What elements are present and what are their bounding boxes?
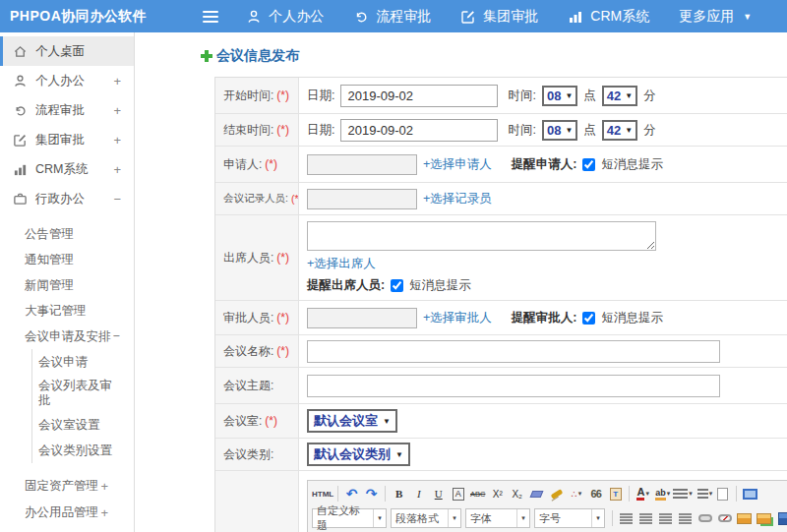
clear-format-button[interactable] bbox=[547, 485, 566, 503]
font-size-dropdown[interactable]: 字号 ▾ bbox=[534, 508, 605, 528]
recorder-input[interactable] bbox=[307, 189, 417, 209]
applicant-input[interactable] bbox=[307, 154, 417, 175]
sidebar-item-notice-mgmt[interactable]: 通知管理 bbox=[0, 247, 134, 272]
font-style-button[interactable]: A bbox=[449, 485, 467, 503]
insert-screenshot-button[interactable] bbox=[755, 509, 773, 528]
end-date-input[interactable] bbox=[340, 119, 498, 142]
align-center-button[interactable] bbox=[636, 509, 655, 528]
justify-button[interactable] bbox=[676, 509, 695, 528]
insert-image-button[interactable] bbox=[735, 509, 754, 528]
start-date-input[interactable] bbox=[340, 85, 498, 107]
collapse-minus-icon[interactable]: − bbox=[113, 192, 121, 207]
sidebar-item-fixed-assets[interactable]: 固定资产管理 + bbox=[0, 473, 134, 500]
sidebar-item-meeting-list-approval[interactable]: 会议列表及审批 bbox=[32, 375, 117, 412]
italic-button[interactable]: I bbox=[409, 485, 428, 503]
expand-plus-icon[interactable]: + bbox=[100, 505, 108, 520]
undo-button[interactable]: ↶ bbox=[342, 485, 361, 503]
nav-crm[interactable]: CRM系统 bbox=[553, 0, 664, 32]
sidebar-item-workflow-approval[interactable]: 流程审批 + bbox=[0, 95, 134, 125]
meeting-category-select[interactable]: 默认会议类别 ▼ bbox=[307, 443, 410, 466]
expand-plus-icon[interactable]: + bbox=[113, 133, 121, 148]
nav-group-approval[interactable]: 集团审批 bbox=[446, 0, 553, 32]
superscript-button[interactable]: X² bbox=[488, 485, 507, 503]
expand-plus-icon[interactable]: + bbox=[113, 103, 121, 118]
align-left-button[interactable] bbox=[617, 509, 636, 528]
sms-label: 短消息提示 bbox=[601, 156, 663, 173]
nav-workflow-approval[interactable]: 流程审批 bbox=[338, 0, 446, 32]
sidebar-item-news-mgmt[interactable]: 新闻管理 bbox=[0, 272, 134, 298]
sidebar-item-group-approval[interactable]: 集团审批 + bbox=[0, 125, 134, 154]
fullscreen-button[interactable] bbox=[741, 485, 759, 503]
nav-more-apps[interactable]: 更多应用 ▼ bbox=[664, 0, 766, 32]
hour-unit-label: 点 bbox=[583, 122, 596, 139]
start-minute-select[interactable]: 42 ▼ bbox=[602, 86, 637, 106]
select-approver-link[interactable]: +选择审批人 bbox=[423, 310, 492, 326]
sidebar-item-meeting-group[interactable]: 会议申请及安排 − bbox=[0, 324, 134, 349]
field-label: 会议类别: bbox=[215, 439, 299, 470]
collapse-minus-icon[interactable]: − bbox=[113, 329, 120, 343]
eraser-button[interactable] bbox=[527, 485, 546, 503]
html-source-button[interactable]: HTML bbox=[312, 485, 333, 503]
sidebar-item-announcement-mgmt[interactable]: 公告管理 bbox=[0, 221, 134, 247]
format-painter-button[interactable]: ∴▾ bbox=[567, 485, 585, 503]
submenu-label: 办公用品管理 bbox=[25, 504, 98, 521]
approver-sms-checkbox[interactable] bbox=[582, 312, 595, 325]
menu-icon[interactable] bbox=[203, 11, 219, 23]
insert-link-button[interactable] bbox=[696, 509, 714, 528]
paragraph-format-dropdown[interactable]: 段落格式 ▾ bbox=[391, 508, 461, 528]
meeting-subject-input[interactable] bbox=[307, 375, 720, 397]
end-hour-select[interactable]: 08 ▼ bbox=[542, 120, 577, 141]
chevron-down-icon: ▼ bbox=[743, 12, 752, 22]
sidebar-item-label: 个人办公 bbox=[35, 73, 85, 89]
sidebar-item-personal-office[interactable]: 个人办公 + bbox=[0, 66, 134, 95]
strikethrough-button[interactable]: ABC bbox=[468, 485, 487, 503]
required-mark: (*) bbox=[276, 251, 289, 265]
expand-plus-icon[interactable]: + bbox=[113, 74, 121, 89]
sidebar-item-desktop[interactable]: 个人桌面 bbox=[0, 36, 134, 66]
attendees-textarea[interactable] bbox=[307, 221, 656, 251]
sidebar-item-events-mgmt[interactable]: 大事记管理 bbox=[0, 298, 134, 324]
submenu-label: 固定资产管理 bbox=[25, 478, 98, 495]
font-family-dropdown[interactable]: 字体 ▾ bbox=[465, 508, 530, 528]
sidebar-item-meeting-category-settings[interactable]: 会议类别设置 bbox=[32, 438, 134, 463]
custom-title-dropdown[interactable]: 自定义标题 ▾ bbox=[312, 508, 387, 528]
applicant-sms-checkbox[interactable] bbox=[582, 158, 595, 171]
select-recorder-link[interactable]: +选择记录员 bbox=[423, 191, 492, 207]
nav-label: 集团审批 bbox=[483, 8, 538, 26]
expand-plus-icon[interactable]: + bbox=[113, 162, 121, 177]
meeting-form: 开始时间:(*) 日期: 时间: 08 ▼ 点 42 ▼ 分 bbox=[214, 77, 787, 532]
sidebar-item-office-supplies[interactable]: 办公用品管理 + bbox=[0, 500, 134, 526]
insert-media-button[interactable] bbox=[774, 509, 787, 528]
bold-button[interactable]: B bbox=[390, 485, 408, 503]
paste-button[interactable]: T bbox=[606, 485, 625, 503]
underline-button[interactable]: U bbox=[429, 485, 448, 503]
edit-square-icon bbox=[460, 9, 476, 25]
end-minute-select[interactable]: 42 ▼ bbox=[602, 120, 637, 141]
select-applicant-link[interactable]: +选择申请人 bbox=[423, 156, 492, 173]
font-color-button[interactable]: A▾ bbox=[634, 485, 652, 503]
redo-button[interactable]: ↷ bbox=[362, 485, 381, 503]
nav-personal-office[interactable]: 个人办公 bbox=[231, 0, 338, 32]
expand-plus-icon[interactable]: + bbox=[100, 479, 108, 494]
blockquote-button[interactable]: 66 bbox=[586, 485, 605, 503]
sidebar-item-crm[interactable]: CRM系统 + bbox=[0, 154, 134, 184]
remove-link-button[interactable] bbox=[715, 509, 734, 528]
sidebar-item-book-mgmt[interactable]: 图书管理 + bbox=[0, 526, 134, 532]
meeting-room-select[interactable]: 默认会议室 ▼ bbox=[307, 409, 397, 433]
highlight-color-button[interactable]: ab▾ bbox=[653, 485, 672, 503]
start-hour-select[interactable]: 08 ▼ bbox=[542, 86, 577, 106]
align-right-button[interactable] bbox=[656, 509, 675, 528]
unordered-list-button[interactable]: ▾ bbox=[694, 485, 713, 503]
select-attendees-link[interactable]: +选择出席人 bbox=[307, 256, 376, 272]
meeting-name-input[interactable] bbox=[307, 340, 720, 363]
new-page-button[interactable] bbox=[713, 485, 732, 503]
attendees-sms-checkbox[interactable] bbox=[391, 279, 403, 292]
sidebar-item-admin-office[interactable]: 行政办公 − bbox=[0, 184, 134, 213]
align-center-icon bbox=[639, 513, 652, 515]
subscript-button[interactable]: X₂ bbox=[508, 485, 526, 503]
approver-input[interactable] bbox=[307, 308, 417, 328]
app-brand[interactable]: PHPOA协同办公软件 bbox=[10, 8, 147, 26]
ordered-list-button[interactable]: ▾ bbox=[673, 485, 693, 503]
sidebar-item-meeting-room-settings[interactable]: 会议室设置 bbox=[32, 412, 134, 438]
sidebar-item-meeting-apply[interactable]: 会议申请 bbox=[32, 349, 134, 375]
